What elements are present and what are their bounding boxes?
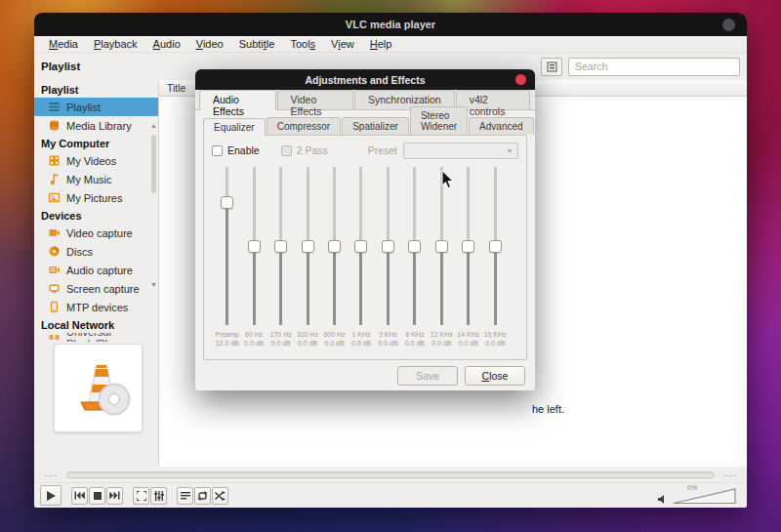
enable-label: Enable <box>227 144 260 156</box>
menu-tools[interactable]: Tools <box>283 37 322 51</box>
slider-handle[interactable] <box>248 240 261 253</box>
two-pass-checkbox[interactable] <box>281 145 292 156</box>
slider-handle[interactable] <box>274 240 287 253</box>
sidebar-item-discs[interactable]: Discs <box>34 242 158 261</box>
eq-slider-1khz: 1 KHz 0.0 dB <box>348 167 374 357</box>
sidebar-item-screen-capture[interactable]: Screen capture <box>34 279 158 298</box>
window-titlebar[interactable]: VLC media player <box>34 13 747 36</box>
next-button[interactable] <box>106 487 123 505</box>
band-slider[interactable] <box>328 167 342 325</box>
save-button[interactable]: Save <box>397 366 458 386</box>
sidebar-item-audio-capture[interactable]: Audio capture <box>34 261 158 279</box>
title-column-header[interactable]: Title <box>159 82 185 94</box>
shuffle-icon <box>215 491 226 501</box>
sidebar-item-media-library[interactable]: Media Library <box>34 116 158 135</box>
chevron-down-icon <box>507 149 513 153</box>
list-view-icon <box>547 61 557 72</box>
adjustments-effects-dialog: Adjustments and Effects Audio Effects Vi… <box>195 69 535 390</box>
menu-playback[interactable]: Playback <box>87 37 144 51</box>
loop-button[interactable] <box>194 487 211 505</box>
tab-video-effects[interactable]: Video Effects <box>277 90 353 109</box>
playlist-dock-title: Playlist <box>41 61 80 72</box>
audio-effects-subtabs: Equalizer Compressor Spatializer Stereo … <box>195 115 535 135</box>
menu-audio[interactable]: Audio <box>146 37 187 51</box>
slider-handle[interactable] <box>382 240 394 253</box>
slider-handle[interactable] <box>302 240 314 253</box>
band-slider[interactable] <box>354 167 368 325</box>
subtab-advanced[interactable]: Advanced <box>469 117 533 135</box>
loop-icon <box>197 491 208 501</box>
screen-capture-icon <box>48 282 61 295</box>
eq-band-name: 600 Hz <box>323 330 345 339</box>
eq-band-name: 60 Hz <box>244 330 264 339</box>
enable-checkbox[interactable] <box>212 145 223 156</box>
volume-wedge-icon[interactable] <box>673 487 737 505</box>
menu-video[interactable]: Video <box>189 37 230 51</box>
slider-handle[interactable] <box>435 240 448 253</box>
slider-handle[interactable] <box>221 196 233 209</box>
dialog-titlebar[interactable]: Adjustments and Effects <box>195 69 535 90</box>
band-slider[interactable] <box>274 167 288 325</box>
eq-band-gain: 12.0 dB <box>215 339 239 348</box>
sidebar-item-playlist[interactable]: Playlist <box>34 98 158 116</box>
subtab-equalizer[interactable]: Equalizer <box>203 118 266 136</box>
slider-handle[interactable] <box>462 240 474 253</box>
band-slider[interactable] <box>462 167 475 325</box>
band-slider[interactable] <box>381 167 394 325</box>
subtab-spatializer[interactable]: Spatializer <box>342 117 409 135</box>
scroll-up-icon[interactable]: ▲ <box>149 121 158 130</box>
next-icon <box>109 491 120 500</box>
eq-band-name: 6 KHz <box>405 330 425 339</box>
tab-audio-effects[interactable]: Audio Effects <box>199 90 276 110</box>
previous-button[interactable] <box>71 487 88 505</box>
fullscreen-button[interactable] <box>133 487 149 505</box>
sidebar-item-video-capture[interactable]: Video capture <box>34 224 158 242</box>
slider-handle[interactable] <box>328 240 341 253</box>
subtab-stereo-widener[interactable]: Stereo Widener <box>410 106 468 135</box>
volume-control[interactable]: 0% <box>658 487 741 505</box>
slider-handle[interactable] <box>489 240 502 253</box>
sidebar-item-my-music[interactable]: My Music <box>34 170 158 188</box>
sidebar-item-upnp[interactable]: Universal Plug'n'Play <box>34 333 158 342</box>
scrollbar-thumb[interactable] <box>151 135 156 193</box>
seek-slider[interactable] <box>66 471 715 478</box>
menu-subtitle[interactable]: Subtitle <box>232 37 282 51</box>
preamp-slider[interactable] <box>221 167 234 325</box>
band-slider[interactable] <box>301 167 314 325</box>
slider-handle[interactable] <box>354 240 367 253</box>
extended-settings-button[interactable] <box>150 487 167 505</box>
band-slider[interactable] <box>488 167 502 325</box>
stop-button[interactable] <box>89 487 105 505</box>
eq-slider-preamp: Preamp 12.0 dB <box>214 167 240 357</box>
random-button[interactable] <box>212 487 228 505</box>
dialog-close-button[interactable] <box>515 74 526 85</box>
band-slider[interactable] <box>434 167 448 325</box>
scroll-down-icon[interactable]: ▼ <box>149 280 158 289</box>
fullscreen-icon <box>137 491 146 501</box>
eq-band-name: 3 KHz <box>378 330 397 339</box>
menu-media[interactable]: Media <box>42 37 85 51</box>
my-pictures-icon <box>48 191 61 204</box>
menu-help[interactable]: Help <box>363 37 399 51</box>
play-button[interactable] <box>40 485 62 506</box>
sidebar-item-my-pictures[interactable]: My Pictures <box>34 188 158 207</box>
slider-handle[interactable] <box>408 240 421 253</box>
equalizer-panel: Enable 2 Pass Preset Preamp 12.0 dB <box>203 135 527 360</box>
subtab-compressor[interactable]: Compressor <box>267 117 341 135</box>
window-close-button[interactable] <box>722 19 735 31</box>
sidebar-item-my-videos[interactable]: My Videos <box>34 151 158 170</box>
band-slider[interactable] <box>247 167 261 325</box>
playlist-toggle-button[interactable] <box>177 487 193 505</box>
preset-dropdown[interactable] <box>403 143 518 159</box>
view-mode-button[interactable] <box>541 58 562 76</box>
eq-band-name: 310 Hz <box>297 330 318 339</box>
band-slider[interactable] <box>408 167 422 325</box>
sidebar-scrollbar[interactable]: ▲ ▼ <box>149 135 158 275</box>
sidebar-item-mtp-devices[interactable]: MTP devices <box>34 298 158 316</box>
eq-band-name: 1 KHz <box>351 330 371 339</box>
close-button[interactable]: Close <box>465 366 525 386</box>
menu-view[interactable]: View <box>324 37 361 51</box>
search-input[interactable] <box>568 58 740 76</box>
eq-slider-16khz: 16 KHz 0.0 dB <box>482 167 509 357</box>
eq-slider-12khz: 12 KHz 0.0 dB <box>429 167 455 357</box>
